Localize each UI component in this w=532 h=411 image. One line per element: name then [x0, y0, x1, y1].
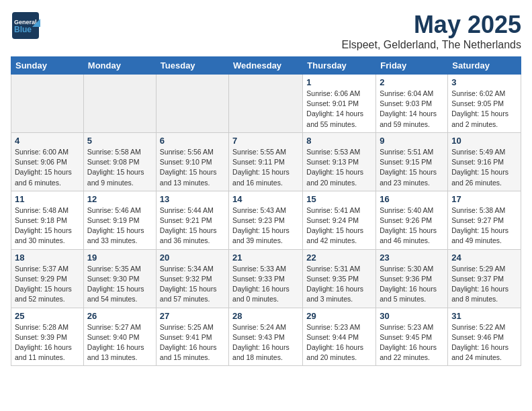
calendar-cell: 26Sunrise: 5:27 AMSunset: 9:40 PMDayligh…: [83, 308, 156, 366]
day-info: Sunrise: 5:34 AMSunset: 9:32 PMDaylight:…: [160, 264, 225, 305]
day-number: 18: [15, 253, 80, 263]
day-info: Sunrise: 5:38 AMSunset: 9:27 PMDaylight:…: [451, 205, 517, 246]
calendar-cell: 16Sunrise: 5:40 AMSunset: 9:26 PMDayligh…: [376, 191, 448, 249]
day-info: Sunrise: 5:40 AMSunset: 9:26 PMDaylight:…: [380, 205, 444, 246]
day-info: Sunrise: 5:35 AMSunset: 9:30 PMDaylight:…: [87, 264, 152, 305]
weekday-header-sunday: Sunday: [11, 57, 84, 75]
day-number: 30: [380, 311, 444, 321]
day-number: 5: [87, 136, 152, 146]
calendar-cell: 9Sunrise: 5:51 AMSunset: 9:15 PMDaylight…: [376, 132, 448, 191]
calendar-week-row: 18Sunrise: 5:37 AMSunset: 9:29 PMDayligh…: [11, 249, 521, 308]
calendar-cell: 5Sunrise: 5:58 AMSunset: 9:08 PMDaylight…: [83, 132, 156, 191]
calendar-cell: [156, 75, 228, 133]
weekday-header-wednesday: Wednesday: [229, 57, 303, 75]
calendar-cell: 28Sunrise: 5:24 AMSunset: 9:43 PMDayligh…: [229, 308, 303, 366]
day-number: 23: [380, 253, 444, 263]
day-number: 31: [451, 311, 517, 321]
logo-icon: General Blue: [11, 11, 40, 40]
weekday-header-saturday: Saturday: [448, 57, 521, 75]
day-info: Sunrise: 5:43 AMSunset: 9:23 PMDaylight:…: [232, 205, 299, 246]
day-info: Sunrise: 5:55 AMSunset: 9:11 PMDaylight:…: [232, 147, 299, 188]
day-info: Sunrise: 5:25 AMSunset: 9:41 PMDaylight:…: [160, 322, 225, 363]
svg-text:Blue: Blue: [14, 25, 32, 34]
calendar-cell: [83, 75, 156, 133]
calendar-week-row: 11Sunrise: 5:48 AMSunset: 9:18 PMDayligh…: [11, 191, 521, 249]
day-number: 20: [160, 253, 225, 263]
calendar-cell: 24Sunrise: 5:29 AMSunset: 9:37 PMDayligh…: [448, 249, 521, 308]
day-info: Sunrise: 5:58 AMSunset: 9:08 PMDaylight:…: [87, 147, 152, 188]
calendar-cell: 8Sunrise: 5:53 AMSunset: 9:13 PMDaylight…: [303, 132, 376, 191]
weekday-header-monday: Monday: [83, 57, 156, 75]
day-number: 10: [451, 136, 517, 146]
calendar-cell: 18Sunrise: 5:37 AMSunset: 9:29 PMDayligh…: [11, 249, 84, 308]
calendar-table: SundayMondayTuesdayWednesdayThursdayFrid…: [11, 56, 521, 366]
calendar-cell: 27Sunrise: 5:25 AMSunset: 9:41 PMDayligh…: [156, 308, 228, 366]
day-number: 28: [232, 311, 299, 321]
calendar-cell: 6Sunrise: 5:56 AMSunset: 9:10 PMDaylight…: [156, 132, 228, 191]
calendar-week-row: 4Sunrise: 6:00 AMSunset: 9:06 PMDaylight…: [11, 132, 521, 191]
calendar-cell: 7Sunrise: 5:55 AMSunset: 9:11 PMDaylight…: [229, 132, 303, 191]
day-number: 26: [87, 311, 152, 321]
day-info: Sunrise: 5:48 AMSunset: 9:18 PMDaylight:…: [15, 205, 80, 246]
weekday-header-tuesday: Tuesday: [156, 57, 228, 75]
day-info: Sunrise: 5:30 AMSunset: 9:36 PMDaylight:…: [380, 264, 444, 305]
calendar-cell: 30Sunrise: 5:23 AMSunset: 9:45 PMDayligh…: [376, 308, 448, 366]
day-info: Sunrise: 5:22 AMSunset: 9:46 PMDaylight:…: [451, 322, 517, 363]
day-number: 19: [87, 253, 152, 263]
calendar-cell: 4Sunrise: 6:00 AMSunset: 9:06 PMDaylight…: [11, 132, 84, 191]
calendar-cell: 12Sunrise: 5:46 AMSunset: 9:19 PMDayligh…: [83, 191, 156, 249]
calendar-cell: 17Sunrise: 5:38 AMSunset: 9:27 PMDayligh…: [448, 191, 521, 249]
day-number: 2: [380, 77, 444, 87]
day-number: 14: [232, 194, 299, 204]
calendar-cell: 3Sunrise: 6:02 AMSunset: 9:05 PMDaylight…: [448, 75, 521, 133]
calendar-week-row: 25Sunrise: 5:28 AMSunset: 9:39 PMDayligh…: [11, 308, 521, 366]
day-info: Sunrise: 5:51 AMSunset: 9:15 PMDaylight:…: [380, 147, 444, 188]
day-number: 11: [15, 194, 80, 204]
day-info: Sunrise: 5:27 AMSunset: 9:40 PMDaylight:…: [87, 322, 152, 363]
calendar-cell: 11Sunrise: 5:48 AMSunset: 9:18 PMDayligh…: [11, 191, 84, 249]
day-info: Sunrise: 5:24 AMSunset: 9:43 PMDaylight:…: [232, 322, 299, 363]
calendar-cell: 22Sunrise: 5:31 AMSunset: 9:35 PMDayligh…: [303, 249, 376, 308]
day-info: Sunrise: 5:56 AMSunset: 9:10 PMDaylight:…: [160, 147, 225, 188]
day-number: 15: [306, 194, 372, 204]
day-number: 17: [451, 194, 517, 204]
day-info: Sunrise: 5:23 AMSunset: 9:44 PMDaylight:…: [306, 322, 372, 363]
day-number: 29: [306, 311, 372, 321]
day-number: 13: [160, 194, 225, 204]
logo: General Blue: [11, 11, 43, 43]
calendar-cell: [229, 75, 303, 133]
calendar-cell: 23Sunrise: 5:30 AMSunset: 9:36 PMDayligh…: [376, 249, 448, 308]
day-info: Sunrise: 6:02 AMSunset: 9:05 PMDaylight:…: [451, 89, 517, 130]
calendar-cell: 1Sunrise: 6:06 AMSunset: 9:01 PMDaylight…: [303, 75, 376, 133]
day-info: Sunrise: 5:31 AMSunset: 9:35 PMDaylight:…: [306, 264, 372, 305]
day-number: 1: [306, 77, 372, 87]
day-number: 8: [306, 136, 372, 146]
day-number: 7: [232, 136, 299, 146]
day-info: Sunrise: 5:44 AMSunset: 9:21 PMDaylight:…: [160, 205, 225, 246]
calendar-cell: 15Sunrise: 5:41 AMSunset: 9:24 PMDayligh…: [303, 191, 376, 249]
location-title: Elspeet, Gelderland, The Netherlands: [342, 39, 521, 51]
calendar-cell: 31Sunrise: 5:22 AMSunset: 9:46 PMDayligh…: [448, 308, 521, 366]
day-info: Sunrise: 6:04 AMSunset: 9:03 PMDaylight:…: [380, 89, 444, 130]
day-info: Sunrise: 6:06 AMSunset: 9:01 PMDaylight:…: [306, 89, 372, 130]
day-number: 25: [15, 311, 80, 321]
day-info: Sunrise: 5:33 AMSunset: 9:33 PMDaylight:…: [232, 264, 299, 305]
day-number: 9: [380, 136, 444, 146]
day-info: Sunrise: 5:53 AMSunset: 9:13 PMDaylight:…: [306, 147, 372, 188]
day-number: 3: [451, 77, 517, 87]
day-info: Sunrise: 5:23 AMSunset: 9:45 PMDaylight:…: [380, 322, 444, 363]
calendar-cell: 14Sunrise: 5:43 AMSunset: 9:23 PMDayligh…: [229, 191, 303, 249]
day-number: 6: [160, 136, 225, 146]
month-title: May 2025: [342, 11, 521, 39]
calendar-cell: 13Sunrise: 5:44 AMSunset: 9:21 PMDayligh…: [156, 191, 228, 249]
calendar-cell: 21Sunrise: 5:33 AMSunset: 9:33 PMDayligh…: [229, 249, 303, 308]
day-number: 24: [451, 253, 517, 263]
calendar-cell: 2Sunrise: 6:04 AMSunset: 9:03 PMDaylight…: [376, 75, 448, 133]
day-number: 21: [232, 253, 299, 263]
calendar-cell: 29Sunrise: 5:23 AMSunset: 9:44 PMDayligh…: [303, 308, 376, 366]
calendar-cell: 20Sunrise: 5:34 AMSunset: 9:32 PMDayligh…: [156, 249, 228, 308]
calendar-cell: [11, 75, 84, 133]
calendar-cell: 10Sunrise: 5:49 AMSunset: 9:16 PMDayligh…: [448, 132, 521, 191]
day-info: Sunrise: 5:28 AMSunset: 9:39 PMDaylight:…: [15, 322, 80, 363]
weekday-header-thursday: Thursday: [303, 57, 376, 75]
